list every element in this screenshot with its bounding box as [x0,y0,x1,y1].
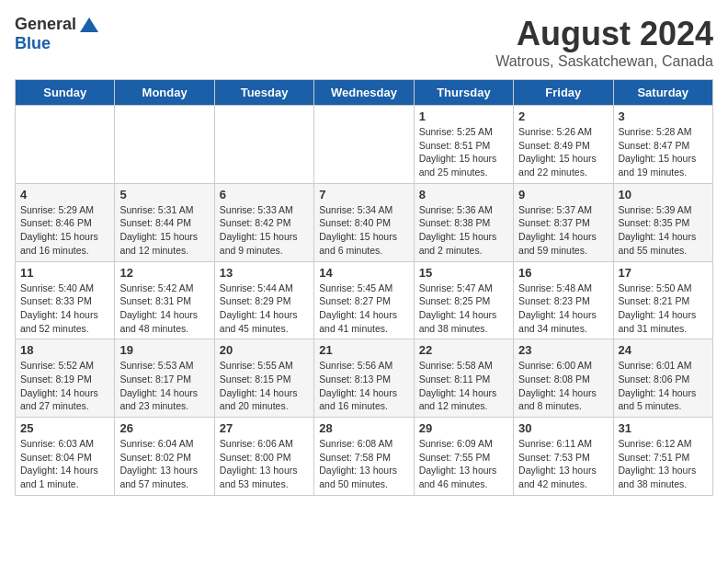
calendar-day-cell [16,106,115,184]
day-number: 15 [419,266,508,280]
day-info: Sunrise: 6:03 AM Sunset: 8:04 PM Dayligh… [20,437,109,491]
calendar-day-cell: 17Sunrise: 5:50 AM Sunset: 8:21 PM Dayli… [613,261,712,339]
calendar-day-cell: 14Sunrise: 5:45 AM Sunset: 8:27 PM Dayli… [314,261,414,339]
day-info: Sunrise: 5:42 AM Sunset: 8:31 PM Dayligh… [119,282,209,336]
day-number: 19 [119,343,209,357]
calendar-day-cell: 29Sunrise: 6:09 AM Sunset: 7:55 PM Dayli… [414,418,513,496]
calendar-day-cell: 23Sunrise: 6:00 AM Sunset: 8:08 PM Dayli… [514,339,613,418]
calendar-day-cell: 2Sunrise: 5:26 AM Sunset: 8:49 PM Daylig… [514,106,613,184]
page-header: General Blue August 2024 Watrous, Saskat… [15,15,713,70]
calendar-day-cell: 19Sunrise: 5:53 AM Sunset: 8:17 PM Dayli… [115,339,214,418]
calendar-day-cell: 26Sunrise: 6:04 AM Sunset: 8:02 PM Dayli… [115,418,214,496]
calendar-day-cell: 11Sunrise: 5:40 AM Sunset: 8:33 PM Dayli… [16,261,115,339]
day-info: Sunrise: 5:31 AM Sunset: 8:44 PM Dayligh… [119,203,209,258]
day-info: Sunrise: 6:08 AM Sunset: 7:58 PM Dayligh… [319,437,408,491]
calendar-day-cell: 12Sunrise: 5:42 AM Sunset: 8:31 PM Dayli… [115,261,214,339]
calendar-day-cell: 5Sunrise: 5:31 AM Sunset: 8:44 PM Daylig… [115,183,214,261]
calendar-day-cell: 13Sunrise: 5:44 AM Sunset: 8:29 PM Dayli… [214,261,313,339]
day-number: 27 [220,421,309,435]
day-info: Sunrise: 6:09 AM Sunset: 7:55 PM Dayligh… [419,437,508,491]
calendar-day-cell: 6Sunrise: 5:33 AM Sunset: 8:42 PM Daylig… [214,183,313,261]
day-number: 24 [619,343,708,357]
calendar-week-row: 25Sunrise: 6:03 AM Sunset: 8:04 PM Dayli… [16,418,713,496]
title-area: August 2024 Watrous, Saskatchewan, Canad… [495,15,713,70]
calendar-day-cell: 25Sunrise: 6:03 AM Sunset: 8:04 PM Dayli… [16,418,115,496]
day-number: 26 [119,421,209,435]
day-info: Sunrise: 5:53 AM Sunset: 8:17 PM Dayligh… [119,359,209,413]
calendar-day-cell: 28Sunrise: 6:08 AM Sunset: 7:58 PM Dayli… [314,418,414,496]
calendar-day-cell: 3Sunrise: 5:28 AM Sunset: 8:47 PM Daylig… [613,106,712,184]
logo-icon [78,16,100,34]
day-info: Sunrise: 6:04 AM Sunset: 8:02 PM Dayligh… [119,437,209,491]
day-number: 9 [518,188,608,201]
day-number: 4 [20,188,109,201]
day-number: 7 [319,188,408,201]
day-number: 31 [619,421,708,435]
calendar-day-cell: 21Sunrise: 5:56 AM Sunset: 8:13 PM Dayli… [314,339,414,418]
day-info: Sunrise: 5:33 AM Sunset: 8:42 PM Dayligh… [220,203,309,258]
day-info: Sunrise: 6:00 AM Sunset: 8:08 PM Dayligh… [518,359,608,413]
day-number: 6 [220,188,309,201]
calendar-day-cell: 9Sunrise: 5:37 AM Sunset: 8:37 PM Daylig… [514,183,613,261]
day-info: Sunrise: 5:26 AM Sunset: 8:49 PM Dayligh… [518,125,608,179]
calendar-day-cell: 30Sunrise: 6:11 AM Sunset: 7:53 PM Dayli… [514,418,613,496]
day-info: Sunrise: 5:52 AM Sunset: 8:19 PM Dayligh… [20,359,109,413]
day-number: 3 [619,109,708,123]
day-info: Sunrise: 5:34 AM Sunset: 8:40 PM Dayligh… [319,203,408,258]
day-of-week-header: Friday [514,80,613,106]
day-info: Sunrise: 5:29 AM Sunset: 8:46 PM Dayligh… [20,203,109,258]
calendar-day-cell: 4Sunrise: 5:29 AM Sunset: 8:46 PM Daylig… [16,183,115,261]
calendar-week-row: 11Sunrise: 5:40 AM Sunset: 8:33 PM Dayli… [16,261,713,339]
day-number: 28 [319,421,408,435]
day-info: Sunrise: 5:56 AM Sunset: 8:13 PM Dayligh… [319,359,408,413]
day-of-week-header: Sunday [16,80,115,106]
day-info: Sunrise: 5:58 AM Sunset: 8:11 PM Dayligh… [419,359,508,413]
day-number: 20 [220,343,309,357]
calendar-day-cell: 31Sunrise: 6:12 AM Sunset: 7:51 PM Dayli… [613,418,712,496]
calendar-week-row: 18Sunrise: 5:52 AM Sunset: 8:19 PM Dayli… [16,339,713,418]
day-info: Sunrise: 5:25 AM Sunset: 8:51 PM Dayligh… [419,125,508,179]
calendar-day-cell: 22Sunrise: 5:58 AM Sunset: 8:11 PM Dayli… [414,339,513,418]
calendar-day-cell: 15Sunrise: 5:47 AM Sunset: 8:25 PM Dayli… [414,261,513,339]
day-of-week-header: Thursday [414,80,513,106]
day-number: 10 [619,188,708,201]
day-info: Sunrise: 5:45 AM Sunset: 8:27 PM Dayligh… [319,282,408,336]
month-title: August 2024 [495,15,713,53]
logo-general-text: General [15,15,76,34]
day-info: Sunrise: 5:40 AM Sunset: 8:33 PM Dayligh… [20,282,109,336]
day-number: 23 [518,343,608,357]
day-info: Sunrise: 5:55 AM Sunset: 8:15 PM Dayligh… [220,359,309,413]
day-info: Sunrise: 6:06 AM Sunset: 8:00 PM Dayligh… [220,437,309,491]
day-number: 12 [119,266,209,280]
day-number: 17 [619,266,708,280]
calendar-day-cell [115,106,214,184]
day-info: Sunrise: 6:01 AM Sunset: 8:06 PM Dayligh… [619,359,708,413]
day-number: 14 [319,266,408,280]
logo: General Blue [15,15,100,53]
day-number: 2 [518,109,608,123]
day-of-week-header: Saturday [613,80,712,106]
day-number: 8 [419,188,508,201]
logo-blue-text: Blue [15,34,51,53]
day-of-week-header: Monday [115,80,214,106]
day-info: Sunrise: 5:28 AM Sunset: 8:47 PM Dayligh… [619,125,708,179]
calendar-day-cell: 24Sunrise: 6:01 AM Sunset: 8:06 PM Dayli… [613,339,712,418]
calendar-week-row: 1Sunrise: 5:25 AM Sunset: 8:51 PM Daylig… [16,106,713,184]
calendar-day-cell: 16Sunrise: 5:48 AM Sunset: 8:23 PM Dayli… [514,261,613,339]
day-number: 5 [119,188,209,201]
day-of-week-header: Wednesday [314,80,414,106]
day-info: Sunrise: 6:12 AM Sunset: 7:51 PM Dayligh… [619,437,708,491]
day-number: 1 [419,109,508,123]
calendar-day-cell: 20Sunrise: 5:55 AM Sunset: 8:15 PM Dayli… [214,339,313,418]
calendar-day-cell: 27Sunrise: 6:06 AM Sunset: 8:00 PM Dayli… [214,418,313,496]
day-number: 30 [518,421,608,435]
calendar-header-row: SundayMondayTuesdayWednesdayThursdayFrid… [16,80,713,106]
day-info: Sunrise: 5:36 AM Sunset: 8:38 PM Dayligh… [419,203,508,258]
day-number: 16 [518,266,608,280]
calendar-day-cell: 10Sunrise: 5:39 AM Sunset: 8:35 PM Dayli… [613,183,712,261]
calendar-day-cell [314,106,414,184]
day-info: Sunrise: 5:44 AM Sunset: 8:29 PM Dayligh… [220,282,309,336]
svg-marker-0 [80,17,98,32]
day-number: 29 [419,421,508,435]
calendar-week-row: 4Sunrise: 5:29 AM Sunset: 8:46 PM Daylig… [16,183,713,261]
